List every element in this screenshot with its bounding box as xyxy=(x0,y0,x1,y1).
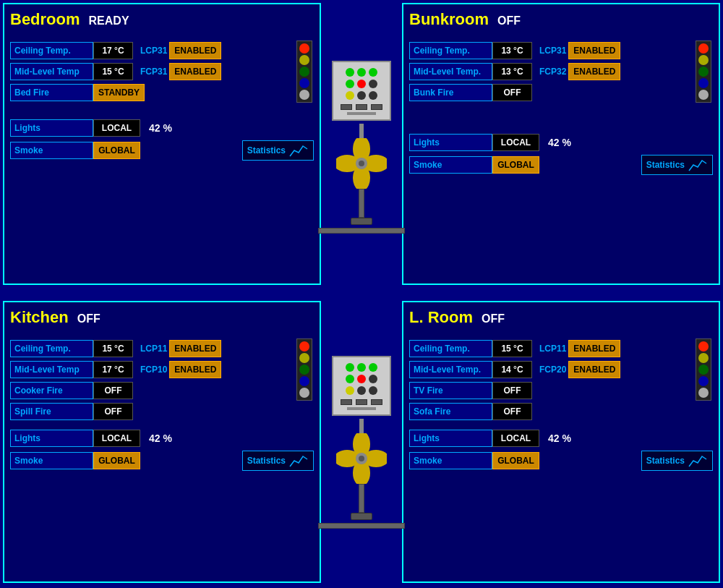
center-bottom-area xyxy=(321,301,402,583)
bunkroom-ceiling-label: Ceiling Temp. xyxy=(409,42,492,59)
lroom-tvfire-status[interactable]: OFF xyxy=(492,382,532,399)
kitchen-fcp1-label: FCP10 xyxy=(140,365,167,375)
bunkroom-light-blue xyxy=(698,78,709,88)
bedroom-smoke-status[interactable]: GLOBAL xyxy=(93,142,140,159)
bunkroom-ceiling-value: 13 °C xyxy=(492,42,532,59)
kitchen-cooker-status[interactable]: OFF xyxy=(93,382,133,399)
lroom-title: L. Room xyxy=(409,308,473,327)
dot-off-1 xyxy=(369,80,377,88)
kitchen-midlevel-label: Mid-Level Temp xyxy=(10,361,93,378)
bedroom-statistics-button[interactable]: Statistics xyxy=(242,140,314,161)
fan-top xyxy=(318,138,405,234)
svg-rect-3 xyxy=(688,452,708,469)
kitchen-lcp1-label: LCP11 xyxy=(140,344,167,354)
bedroom-fire-label: Bed Fire xyxy=(10,84,93,101)
dot-off-2 xyxy=(357,91,366,100)
bedroom-traffic-light xyxy=(296,41,312,103)
lroom-lights-row: Lights LOCAL 42 % xyxy=(409,430,713,447)
bedroom-status: READY xyxy=(89,14,129,27)
bunkroom-midlevel-value: 13 °C xyxy=(492,63,532,80)
bunkroom-chart-icon xyxy=(688,156,708,174)
lroom-light-red xyxy=(698,341,709,351)
bunkroom-light-white xyxy=(698,90,709,100)
bunkroom-statistics-button[interactable]: Statistics xyxy=(641,155,713,175)
bedroom-fcp1-status[interactable]: ENABLED xyxy=(169,63,221,80)
kitchen-statistics-button[interactable]: Statistics xyxy=(242,451,314,471)
dot-green-1 xyxy=(346,68,354,77)
fan-pipe-h-top xyxy=(318,228,405,234)
bunkroom-smoke-row: Smoke GLOBAL Statistics xyxy=(409,155,713,175)
kitchen-lcp1-status[interactable]: ENABLED xyxy=(169,340,221,357)
bot-dot-green-3 xyxy=(369,363,377,372)
lroom-midlevel-label: Mid-Level Temp. xyxy=(409,361,492,378)
bunkroom-smoke-status[interactable]: GLOBAL xyxy=(492,156,539,174)
lroom-lcp1-status[interactable]: ENABLED xyxy=(568,340,620,357)
bot-dot-off-1 xyxy=(369,375,377,383)
dot-off-3 xyxy=(369,91,377,100)
fan-blades-bottom xyxy=(336,433,387,484)
lroom-lights-status[interactable]: LOCAL xyxy=(492,430,539,447)
kitchen-fcp1-status[interactable]: ENABLED xyxy=(169,361,221,378)
bedroom-lights-status[interactable]: LOCAL xyxy=(93,119,140,137)
bunkroom-lcp1-status[interactable]: ENABLED xyxy=(568,42,620,59)
bunkroom-fire-row: Bunk Fire OFF xyxy=(409,84,713,101)
lroom-statistics-button[interactable]: Statistics xyxy=(641,451,713,471)
bot-switch-3 xyxy=(371,399,382,405)
control-switches xyxy=(341,104,382,110)
kitchen-lights-status[interactable]: LOCAL xyxy=(93,430,140,447)
svg-rect-1 xyxy=(688,156,708,174)
lroom-ceiling-label: Ceiling Temp. xyxy=(409,340,492,357)
fan-pole-top xyxy=(359,189,364,218)
kitchen-ceiling-label: Ceiling Temp. xyxy=(10,340,93,357)
bunkroom-fcp1-label: FCP32 xyxy=(539,67,566,77)
bunkroom-fcp1-status[interactable]: ENABLED xyxy=(568,63,620,80)
dot-green-2 xyxy=(357,68,366,77)
bot-dot-green-1 xyxy=(346,363,354,372)
bunkroom-lcp1-label: LCP31 xyxy=(539,46,566,56)
bunkroom-traffic-light xyxy=(696,41,711,103)
bunkroom-panel: Bunkroom OFF Ceiling Temp. 13 °C LCP31 E… xyxy=(402,3,720,285)
kitchen-lights-row: Lights LOCAL 42 % xyxy=(10,430,314,447)
lroom-smoke-status[interactable]: GLOBAL xyxy=(492,452,539,469)
kitchen-spill-status[interactable]: OFF xyxy=(93,403,133,420)
lroom-status: OFF xyxy=(482,312,505,325)
bedroom-fire-status[interactable]: STANDBY xyxy=(93,84,145,101)
control-dots-top xyxy=(344,67,379,101)
kitchen-light-yellow xyxy=(299,353,309,363)
dot-yellow-1 xyxy=(346,91,354,100)
lroom-fcp1-status[interactable]: ENABLED xyxy=(568,361,620,378)
lroom-sofafire-label: Sofa Fire xyxy=(409,403,492,420)
bedroom-fire-row: Bed Fire STANDBY xyxy=(10,84,314,101)
bedroom-lcp1-status[interactable]: ENABLED xyxy=(169,42,221,59)
kitchen-smoke-row: Smoke GLOBAL Statistics xyxy=(10,451,314,471)
kitchen-percent: 42 % xyxy=(149,433,172,444)
lroom-panel: L. Room OFF Ceiling Temp. 15 °C LCP11 EN… xyxy=(402,301,720,583)
bunkroom-light-yellow xyxy=(698,55,709,65)
switch-3 xyxy=(371,104,382,110)
bunkroom-fire-status[interactable]: OFF xyxy=(492,84,532,101)
bedroom-smoke-label: Smoke xyxy=(10,142,93,159)
lroom-light-white xyxy=(698,388,709,398)
bedroom-chart-icon xyxy=(288,142,309,159)
lroom-light-blue xyxy=(698,376,709,386)
lroom-sofafire-row: Sofa Fire OFF xyxy=(409,403,713,420)
bot-dot-off-3 xyxy=(369,386,377,395)
lroom-lcp1-label: LCP11 xyxy=(539,344,566,354)
lroom-ceiling-value: 15 °C xyxy=(492,340,532,357)
bunkroom-lights-status[interactable]: LOCAL xyxy=(492,134,539,151)
lroom-ceiling-row: Ceiling Temp. 15 °C LCP11 ENABLED xyxy=(409,340,713,357)
bunkroom-lights-label: Lights xyxy=(409,134,492,151)
kitchen-smoke-status[interactable]: GLOBAL xyxy=(93,452,140,469)
pipe-bottom xyxy=(359,419,364,433)
bot-switch-2 xyxy=(356,399,367,405)
bunkroom-lights-row: Lights LOCAL 42 % xyxy=(409,134,713,151)
light-white xyxy=(299,90,309,100)
lroom-sofafire-status[interactable]: OFF xyxy=(492,403,532,420)
light-yellow xyxy=(299,55,309,65)
bedroom-ceiling-label: Ceiling Temp. xyxy=(10,42,93,59)
lroom-chart-icon xyxy=(688,452,708,469)
bunkroom-light-red xyxy=(698,43,709,54)
bunkroom-status: OFF xyxy=(497,14,521,27)
lroom-smoke-row: Smoke GLOBAL Statistics xyxy=(409,451,713,471)
bedroom-panel: Bedroom READY Ceiling Temp. 17 °C LCP31 … xyxy=(3,3,321,285)
